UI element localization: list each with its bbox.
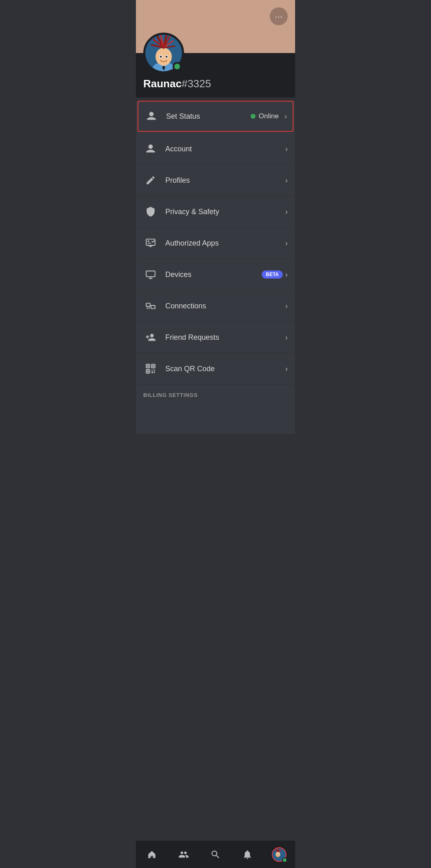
svg-point-14 xyxy=(160,56,162,58)
online-status-dot xyxy=(251,114,255,119)
nav-search[interactable] xyxy=(203,844,228,865)
chevron-right-icon: › xyxy=(285,208,288,216)
set-status-icon xyxy=(144,109,159,124)
friends-icon xyxy=(178,849,189,860)
friend-requests-label: Friend Requests xyxy=(165,333,283,342)
profiles-item[interactable]: Profiles › xyxy=(136,165,295,196)
svg-rect-36 xyxy=(151,372,153,372)
account-item[interactable]: Account › xyxy=(136,133,295,165)
profile-section: Raunac#3325 xyxy=(136,53,295,97)
svg-rect-26 xyxy=(151,306,155,309)
friend-requests-item[interactable]: Friend Requests › xyxy=(136,322,295,353)
connections-right: › xyxy=(283,302,288,310)
authorized-apps-item[interactable]: Authorized Apps › xyxy=(136,228,295,259)
home-icon xyxy=(147,849,157,860)
chevron-right-icon: › xyxy=(284,112,287,121)
privacy-safety-label: Privacy & Safety xyxy=(165,208,283,216)
scan-qr-code-label: Scan QR Code xyxy=(165,365,283,373)
more-dots-icon: ··· xyxy=(275,12,283,20)
svg-point-50 xyxy=(277,854,278,855)
online-indicator xyxy=(173,62,182,71)
nav-friends[interactable] xyxy=(171,844,196,865)
friend-requests-icon xyxy=(143,330,158,345)
svg-rect-21 xyxy=(150,246,151,247)
search-icon xyxy=(210,849,221,860)
svg-rect-20 xyxy=(149,245,153,246)
svg-rect-17 xyxy=(146,239,155,245)
page-bottom-spacer xyxy=(136,401,295,434)
scan-qr-code-icon xyxy=(143,361,158,376)
svg-rect-37 xyxy=(154,372,155,373)
chevron-right-icon: › xyxy=(285,270,288,279)
nav-notifications[interactable] xyxy=(235,844,260,865)
profiles-right: › xyxy=(283,176,288,185)
chevron-right-icon: › xyxy=(285,365,288,373)
friend-requests-right: › xyxy=(283,333,288,342)
bottom-nav xyxy=(136,840,295,868)
svg-rect-33 xyxy=(147,370,149,372)
chevron-right-icon: › xyxy=(285,239,288,248)
avatar-wrapper xyxy=(143,33,184,73)
devices-item[interactable]: Devices BETA › xyxy=(136,259,295,290)
scan-qr-code-right: › xyxy=(283,365,288,373)
svg-rect-38 xyxy=(151,372,153,373)
menu-list: Set Status Online › Account › Profiles › xyxy=(136,101,295,401)
profiles-icon xyxy=(143,173,158,188)
svg-rect-25 xyxy=(146,303,150,307)
svg-rect-29 xyxy=(147,365,149,367)
devices-label: Devices xyxy=(165,270,258,279)
devices-right: › xyxy=(283,270,288,279)
set-status-label: Set Status xyxy=(166,112,251,121)
more-options-button[interactable]: ··· xyxy=(270,7,288,25)
nav-profile[interactable] xyxy=(267,844,291,865)
set-status-item[interactable]: Set Status Online › xyxy=(138,101,293,132)
authorized-apps-right: › xyxy=(283,239,288,248)
username: Raunac xyxy=(143,78,182,90)
chevron-right-icon: › xyxy=(285,145,288,153)
svg-rect-27 xyxy=(147,306,149,308)
svg-rect-18 xyxy=(147,241,149,242)
chevron-right-icon: › xyxy=(285,333,288,342)
connections-label: Connections xyxy=(165,302,283,310)
svg-point-15 xyxy=(166,56,168,58)
status-right: Online › xyxy=(251,112,287,121)
connections-icon xyxy=(143,299,158,313)
nav-home[interactable] xyxy=(140,844,164,865)
account-right: › xyxy=(283,145,288,153)
beta-badge: BETA xyxy=(262,270,283,279)
nav-online-dot xyxy=(282,857,287,863)
billing-settings-section-label: BILLING SETTINGS xyxy=(136,385,295,401)
svg-point-51 xyxy=(278,854,279,855)
privacy-safety-icon xyxy=(143,204,158,219)
svg-rect-22 xyxy=(146,271,155,277)
privacy-safety-right: › xyxy=(283,208,288,216)
svg-rect-35 xyxy=(153,370,155,370)
devices-icon xyxy=(143,267,158,282)
nav-avatar-wrapper xyxy=(272,847,287,862)
authorized-apps-icon xyxy=(143,236,158,250)
authorized-apps-label: Authorized Apps xyxy=(165,239,283,248)
account-icon xyxy=(143,142,158,156)
online-status-text: Online xyxy=(259,112,279,120)
privacy-safety-item[interactable]: Privacy & Safety › xyxy=(136,196,295,228)
profiles-label: Profiles xyxy=(165,176,283,185)
chevron-right-icon: › xyxy=(285,176,288,185)
svg-rect-19 xyxy=(147,243,151,244)
notifications-icon xyxy=(242,849,253,860)
chevron-right-icon: › xyxy=(285,302,288,310)
connections-item[interactable]: Connections › xyxy=(136,290,295,322)
svg-line-47 xyxy=(278,851,282,852)
svg-rect-34 xyxy=(151,370,152,370)
account-label: Account xyxy=(165,145,283,153)
discriminator: #3325 xyxy=(182,78,211,90)
scan-qr-code-item[interactable]: Scan QR Code › xyxy=(136,353,295,385)
username-row: Raunac#3325 xyxy=(136,73,295,90)
svg-rect-31 xyxy=(152,365,154,367)
svg-point-3 xyxy=(156,48,172,66)
